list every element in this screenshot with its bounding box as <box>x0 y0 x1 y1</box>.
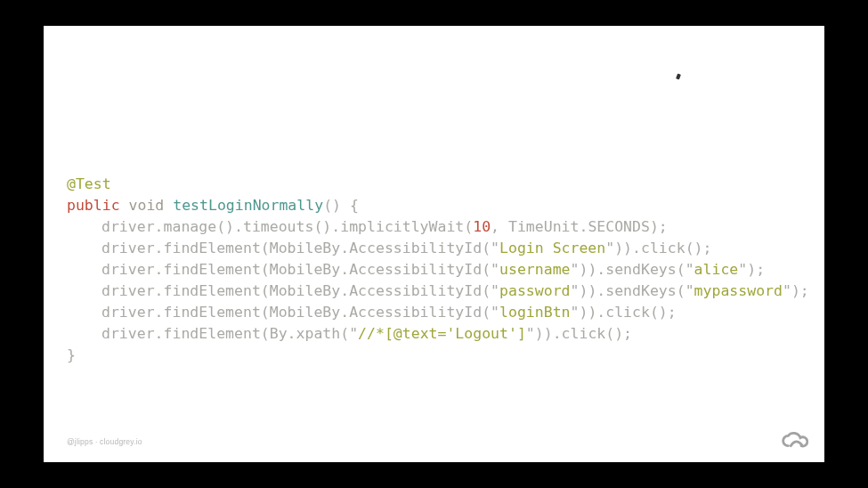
code-block: @Test public void testLoginNormally() { … <box>67 152 809 366</box>
quote: " <box>783 282 791 299</box>
quote: " <box>571 304 580 321</box>
quote: " <box>571 261 580 278</box>
str-login-screen: Login Screen <box>499 240 605 256</box>
quote: " <box>526 325 535 342</box>
quote: " <box>685 282 694 299</box>
line-1b: , TimeUnit.SECONDS); <box>491 218 668 235</box>
line-2b: )).click(); <box>614 240 711 256</box>
str-xpath: //*[@text='Logout'] <box>358 325 526 342</box>
line-3c: ); <box>747 261 765 278</box>
line-4a: driver.findElement(MobileBy.Accessibilit… <box>101 282 491 299</box>
line-1a: driver.manage().timeouts().implicitlyWai… <box>101 218 473 235</box>
slide-footer: @jlipps · cloudgrey.io <box>67 437 142 446</box>
quote: " <box>491 261 499 278</box>
line-3b: )).sendKeys( <box>579 261 685 278</box>
quote: " <box>685 261 694 278</box>
line-3a: driver.findElement(MobileBy.Accessibilit… <box>101 261 491 278</box>
line-6a: driver.findElement(By.xpath( <box>101 325 349 342</box>
cursor-mark <box>676 73 681 79</box>
quote: " <box>605 240 614 256</box>
quote: " <box>571 282 580 299</box>
keyword-public: public <box>67 197 120 214</box>
close-brace: } <box>67 346 76 363</box>
slide: @Test public void testLoginNormally() { … <box>44 26 824 462</box>
line-4b: )).sendKeys( <box>579 282 685 299</box>
line-5a: driver.findElement(MobileBy.Accessibilit… <box>101 304 491 321</box>
quote: " <box>491 282 499 299</box>
quote: " <box>738 261 747 278</box>
cloudgrey-logo-icon <box>778 430 808 451</box>
line-4c: ); <box>791 282 809 299</box>
quote: " <box>491 240 499 256</box>
str-username: username <box>499 261 570 278</box>
quote: " <box>349 325 358 342</box>
line-6b: )).click(); <box>535 325 632 342</box>
str-password: password <box>499 282 570 299</box>
line-2a: driver.findElement(MobileBy.Accessibilit… <box>101 240 491 256</box>
literal-10: 10 <box>473 218 491 235</box>
line-5b: )).click(); <box>579 304 676 321</box>
keyword-void: void <box>129 197 165 214</box>
str-loginbtn: loginBtn <box>499 304 570 321</box>
function-name: testLoginNormally <box>173 197 323 214</box>
quote: " <box>491 304 499 321</box>
str-alice: alice <box>694 261 739 278</box>
annotation-test: @Test <box>67 175 111 192</box>
sig-tail: () { <box>323 197 359 214</box>
str-mypassword: mypassword <box>694 282 783 299</box>
